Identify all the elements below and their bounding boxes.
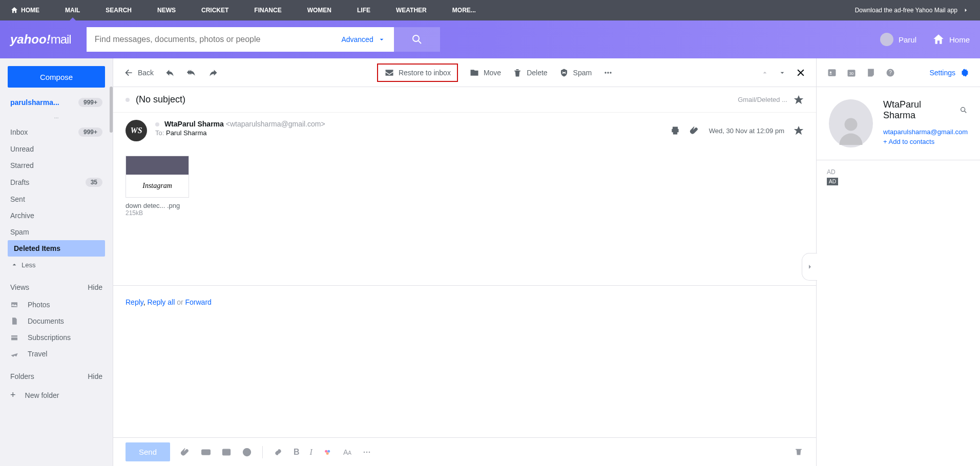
delete-button[interactable]: Delete [512, 68, 547, 78]
search-input[interactable] [87, 27, 333, 52]
nav-cricket[interactable]: CRICKET [201, 7, 228, 14]
attachment-icon[interactable] [690, 125, 700, 136]
folder-starred[interactable]: Starred [0, 157, 113, 174]
close-icon[interactable] [796, 68, 806, 78]
logo[interactable]: yahoo!mail [10, 32, 71, 47]
next-message-bubble[interactable] [802, 253, 817, 281]
nav-more[interactable]: MORE... [452, 7, 476, 14]
svg-point-12 [325, 450, 327, 452]
svg-point-9 [243, 448, 251, 456]
calendar-icon[interactable]: 30 [846, 68, 857, 78]
nav-women[interactable]: WOMEN [307, 7, 331, 14]
contact-email[interactable]: wtaparulsharma@gmail.com [883, 128, 968, 136]
subject-text: (No subject) [136, 94, 185, 105]
folder-inbox[interactable]: Inbox999+ [0, 123, 113, 141]
discard-icon[interactable] [794, 446, 804, 456]
notes-icon[interactable] [866, 68, 876, 78]
contacts-icon[interactable] [827, 68, 837, 78]
nav-mail[interactable]: MAIL [65, 7, 80, 14]
svg-rect-7 [202, 450, 211, 455]
nav-search[interactable]: SEARCH [106, 7, 132, 14]
star-icon[interactable] [794, 95, 804, 105]
content: Back Restore to inbox Move Delete [113, 58, 980, 466]
sender-name[interactable]: WtaParul Sharma [164, 120, 224, 128]
search-contact-icon[interactable] [960, 106, 968, 114]
nav-weather[interactable]: WEATHER [396, 7, 427, 14]
print-icon[interactable] [670, 125, 680, 136]
move-button[interactable]: Move [469, 68, 501, 78]
nav-finance[interactable]: FINANCE [254, 7, 281, 14]
back-button[interactable]: Back [123, 68, 154, 78]
restore-to-inbox-button[interactable]: Restore to inbox [377, 63, 458, 82]
sender-row: WS WtaParul Sharma <wtaparulsharma@gmail… [113, 113, 816, 145]
bold-icon[interactable]: B [294, 448, 300, 457]
advanced-search[interactable]: Advanced [333, 27, 393, 52]
user-menu[interactable]: Parul [880, 33, 916, 46]
reply-link[interactable]: Reply [126, 298, 143, 306]
new-folder[interactable]: + New folder [0, 386, 113, 405]
forward-icon[interactable] [208, 68, 218, 78]
attachment-thumbnail[interactable]: Instagram down detec... .png 215kB [126, 156, 189, 217]
help-icon[interactable]: ? [885, 68, 895, 78]
gif-icon[interactable] [201, 447, 211, 457]
right-pane: 30 ? Settings WtaParul Sharma [816, 58, 980, 466]
folder-sent[interactable]: Sent [0, 191, 113, 207]
emoji-icon[interactable] [242, 447, 252, 457]
hide-folders[interactable]: Hide [88, 372, 102, 380]
account-dots[interactable]: ... [0, 112, 113, 123]
settings-link[interactable]: Settings [929, 68, 970, 78]
main: Compose parulsharma... 999+ ... Inbox999… [0, 58, 980, 466]
next-message-icon[interactable] [778, 69, 786, 77]
attach-icon[interactable] [180, 447, 191, 457]
to-label: To: [155, 129, 164, 137]
to-name[interactable]: Parul Sharma [166, 129, 206, 137]
card-icon[interactable] [221, 447, 232, 457]
folder-archive[interactable]: Archive [0, 207, 113, 224]
svg-point-11 [248, 451, 249, 452]
folder-unread[interactable]: Unread [0, 141, 113, 157]
download-app-link[interactable]: Download the ad-free Yahoo Mail app [855, 6, 970, 14]
svg-rect-1 [11, 302, 17, 307]
more-icon[interactable] [603, 68, 613, 78]
hide-views[interactable]: Hide [88, 283, 102, 291]
composer: Send B I AA [113, 437, 816, 466]
contact-name: WtaParul Sharma [883, 99, 955, 121]
font-size-icon[interactable]: AA [343, 448, 351, 456]
svg-rect-2 [11, 335, 17, 337]
folder-spam[interactable]: Spam [0, 224, 113, 240]
link-icon[interactable] [273, 447, 283, 457]
nav-home[interactable]: HOME [10, 6, 39, 14]
folder-drafts[interactable]: Drafts35 [0, 174, 113, 191]
star-icon[interactable] [794, 125, 804, 136]
svg-point-25 [961, 108, 965, 112]
documents-icon [10, 317, 18, 325]
nav-news[interactable]: NEWS [157, 7, 176, 14]
gear-icon [960, 68, 970, 78]
chevron-up-icon [10, 261, 18, 269]
send-button[interactable]: Send [126, 442, 170, 461]
italic-icon[interactable]: I [310, 448, 312, 457]
add-to-contacts[interactable]: + Add to contacts [883, 138, 968, 145]
spam-button[interactable]: Spam [559, 68, 592, 78]
attachment-name: down detec... .png [126, 202, 189, 209]
color-icon[interactable] [323, 447, 333, 457]
arrow-right-icon [962, 6, 970, 14]
more-format-icon[interactable] [362, 447, 372, 457]
account-name[interactable]: parulsharma... [10, 98, 59, 107]
view-subscriptions[interactable]: Subscriptions [0, 329, 113, 346]
compose-button[interactable]: Compose [8, 66, 105, 88]
reply-all-link[interactable]: Reply all [148, 298, 175, 306]
prev-message-icon[interactable] [761, 69, 769, 77]
reply-icon[interactable] [165, 68, 175, 78]
home-button[interactable]: Home [932, 33, 970, 46]
folder-deleted-items[interactable]: Deleted Items [8, 240, 105, 257]
view-travel[interactable]: Travel [0, 346, 113, 362]
forward-link[interactable]: Forward [185, 298, 211, 306]
reply-all-icon[interactable] [186, 68, 197, 78]
view-photos[interactable]: Photos [0, 296, 113, 313]
view-documents[interactable]: Documents [0, 313, 113, 329]
nav-life[interactable]: LIFE [357, 7, 370, 14]
svg-point-14 [326, 452, 329, 455]
search-button[interactable] [394, 27, 440, 52]
less-toggle[interactable]: Less [0, 257, 113, 273]
